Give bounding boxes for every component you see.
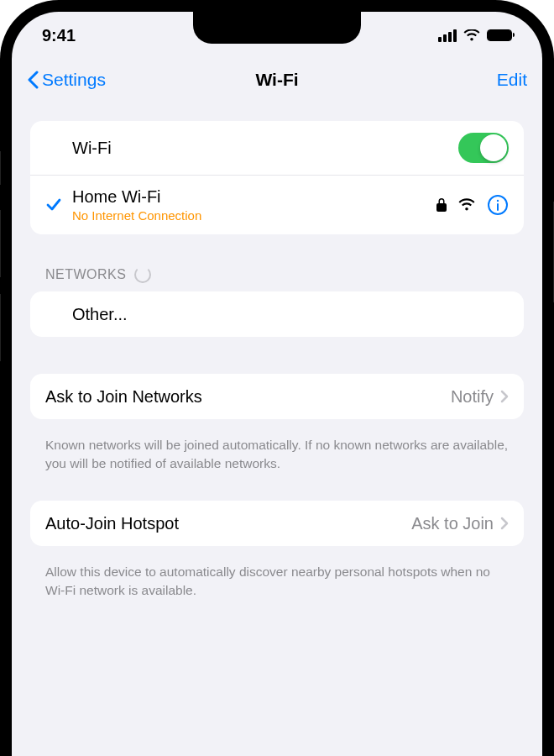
chevron-left-icon — [27, 71, 39, 89]
screen: 9:41 Settings Wi-Fi Edit Wi-Fi — [12, 12, 542, 756]
checkmark-icon — [45, 197, 62, 213]
svg-point-1 — [497, 200, 499, 202]
ask-join-label: Ask to Join Networks — [45, 387, 451, 407]
connected-network-row[interactable]: Home Wi-Fi No Internet Connection — [30, 175, 524, 234]
networks-header-label: NETWORKS — [45, 267, 126, 282]
edit-button[interactable]: Edit — [497, 70, 527, 90]
page-title: Wi-Fi — [255, 70, 298, 90]
auto-hotspot-value: Ask to Join — [411, 514, 494, 533]
wifi-toggle-row: Wi-Fi — [30, 121, 524, 175]
status-time: 9:41 — [42, 26, 76, 45]
auto-hotspot-label: Auto-Join Hotspot — [45, 514, 411, 533]
back-button[interactable]: Settings — [27, 70, 106, 90]
phone-side-buttons-left — [0, 151, 1, 378]
notch — [193, 12, 361, 44]
wifi-toggle[interactable] — [458, 133, 509, 163]
lock-icon — [436, 198, 447, 212]
other-network-row[interactable]: Other... — [30, 291, 524, 337]
ask-join-footer: Known networks will be joined automatica… — [30, 428, 524, 472]
network-name: Home Wi-Fi — [72, 187, 436, 207]
phone-frame: 9:41 Settings Wi-Fi Edit Wi-Fi — [0, 0, 554, 756]
ask-join-value: Notify — [451, 387, 494, 407]
chevron-right-icon — [500, 390, 509, 403]
auto-hotspot-row[interactable]: Auto-Join Hotspot Ask to Join — [30, 501, 524, 546]
nav-bar: Settings Wi-Fi Edit — [12, 59, 542, 101]
wifi-signal-icon — [458, 198, 475, 212]
spinner-icon — [134, 266, 151, 283]
cellular-icon — [438, 29, 457, 42]
network-status: No Internet Connection — [72, 208, 436, 223]
wifi-status-icon — [463, 29, 480, 42]
auto-hotspot-section: Auto-Join Hotspot Ask to Join — [30, 501, 524, 546]
ask-join-section: Ask to Join Networks Notify — [30, 374, 524, 419]
battery-icon — [487, 29, 512, 41]
info-icon[interactable] — [487, 194, 509, 216]
ask-join-row[interactable]: Ask to Join Networks Notify — [30, 374, 524, 419]
networks-header: NETWORKS — [30, 243, 524, 291]
networks-section: Other... — [30, 291, 524, 337]
other-network-label: Other... — [72, 305, 509, 324]
wifi-toggle-label: Wi-Fi — [72, 139, 458, 158]
wifi-section: Wi-Fi Home Wi-Fi No Internet Connection — [30, 121, 524, 234]
back-label: Settings — [42, 70, 106, 90]
chevron-right-icon — [500, 517, 509, 530]
auto-hotspot-footer: Allow this device to automatically disco… — [30, 554, 524, 599]
